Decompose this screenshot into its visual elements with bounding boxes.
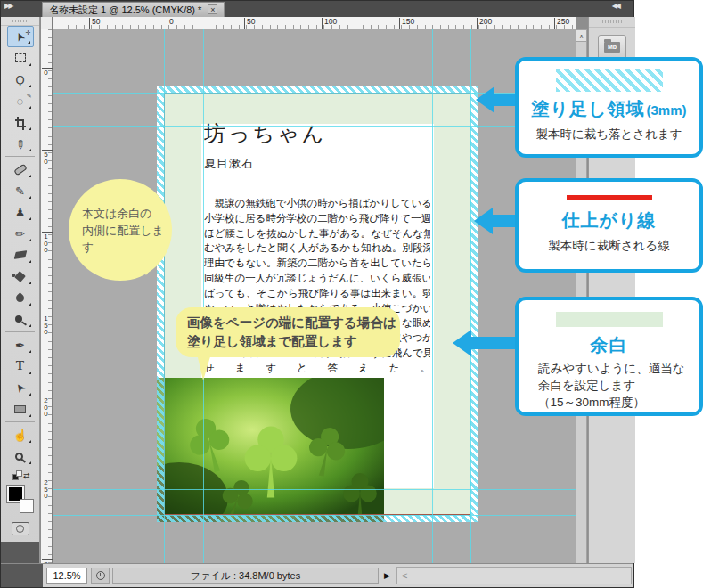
timer-button[interactable]: [91, 568, 110, 584]
clock-icon: [96, 571, 105, 580]
vertical-ruler[interactable]: 050100150200250300: [41, 29, 53, 564]
callout-desc: 製本時に裁ち落とされます: [519, 126, 699, 143]
status-expand-icon[interactable]: ▶: [381, 568, 393, 584]
h-ruler-label: 100: [323, 18, 337, 26]
note-bubble-image-placement: 画像をページの端に配置する場合は 塗り足し領域まで配置します: [176, 307, 400, 357]
paint-bucket-tool[interactable]: [7, 265, 34, 287]
mini-background-swatch: [16, 470, 22, 477]
body-text-line: 小学校に居る時分学校の二階から飛び降りて一週間: [204, 211, 430, 226]
v-ruler-label: 50: [42, 151, 50, 165]
callout-desc-line: 余白を設定します: [538, 377, 699, 394]
canvas[interactable]: 坊っちゃん 夏目漱石 親譲の無鉄砲で小供の時から損ばかりしている。小学校に居る時…: [53, 29, 576, 564]
scroll-up-icon[interactable]: ∧: [576, 30, 586, 42]
shape-icon: [14, 405, 26, 413]
eyedropper-tool[interactable]: ✐: [7, 133, 34, 154]
collapse-dock-icon[interactable]: ▶▶: [4, 2, 12, 10]
brush-icon: ✎: [15, 184, 25, 198]
ruler-corner[interactable]: [41, 17, 53, 29]
guide-horizontal[interactable]: [53, 489, 576, 490]
bleed-hatch-bottom: [157, 515, 478, 522]
canvas-horizontal-scrollbar[interactable]: <: [396, 567, 632, 584]
guide-vertical[interactable]: [432, 29, 433, 564]
crop-icon: [14, 117, 27, 128]
swap-colors-icon[interactable]: ⇄: [11, 470, 30, 482]
h-ruler-label: 50: [91, 18, 100, 26]
collapse-panels-icon[interactable]: ◀◀: [612, 2, 619, 10]
quick-select-icon: ◌: [17, 94, 24, 108]
history-brush-icon: ✏: [15, 227, 25, 241]
body-text-line: せますと答えた。: [204, 361, 430, 376]
lasso-tool[interactable]: Ϙ: [7, 69, 34, 90]
tool-separator: [5, 331, 35, 332]
hand-icon: ☝: [12, 429, 27, 442]
tool-dock-grip[interactable]: [1, 17, 39, 26]
document-page: 坊っちゃん 夏目漱石 親譲の無鉄砲で小供の時から損ばかりしている。小学校に居る時…: [157, 86, 478, 522]
quick-mask-button[interactable]: [12, 522, 29, 535]
v-ruler-label: 100: [42, 233, 50, 254]
body-text-line: 親譲の無鉄砲で小供の時から損ばかりしている。: [204, 196, 430, 211]
v-ruler-label: 250: [42, 479, 50, 500]
quick-select-tool[interactable]: ◌✎: [7, 90, 34, 111]
arrow-tip: [476, 86, 494, 113]
guide-vertical[interactable]: [470, 29, 471, 564]
dodge-tool[interactable]: [7, 308, 34, 330]
margin-swatch: [556, 312, 663, 327]
tool-dock-footer: [1, 542, 39, 563]
shape-tool[interactable]: [7, 398, 34, 420]
brush-tool[interactable]: ✎: [7, 180, 34, 201]
history-brush-tool[interactable]: ✏: [7, 223, 34, 244]
callout-trim-line: 仕上がり線 製本時に裁断される線: [515, 178, 703, 273]
tab-close-icon[interactable]: ×: [208, 4, 217, 14]
lasso-icon: Ϙ: [15, 73, 24, 86]
guide-vertical[interactable]: [203, 29, 204, 564]
dodge-icon: [15, 315, 22, 323]
mini-bridge-icon: Mb: [604, 42, 620, 53]
status-bar: 12.5% ファイル : 34.8M/0 bytes ▶ <: [1, 563, 633, 587]
document-tab-title: 名称未設定 1 @ 12.5% (CMYK/8) *: [49, 4, 201, 15]
healing-brush-tool[interactable]: [7, 159, 34, 180]
body-text-line: 理由でもない。新築の二階から首を出していたら、: [204, 256, 430, 271]
horizontal-ruler[interactable]: 50050100150200250: [53, 17, 576, 29]
file-info-field[interactable]: ファイル : 34.8M/0 bytes: [112, 568, 379, 584]
callout-title-suffix: (3mm): [646, 102, 686, 118]
pen-tool[interactable]: ✒: [7, 334, 34, 355]
move-tool[interactable]: ➤✛: [7, 26, 34, 47]
clone-stamp-tool[interactable]: ♟: [7, 201, 34, 223]
bleed-swatch: [556, 69, 663, 92]
mini-bridge-button[interactable]: Mb: [598, 35, 626, 60]
guide-horizontal[interactable]: [53, 126, 576, 127]
guide-horizontal[interactable]: [53, 515, 576, 516]
zoom-level-field[interactable]: 12.5%: [46, 568, 87, 584]
tab-bar: ▶▶ 名称未設定 1 @ 12.5% (CMYK/8) *× ◀◀: [1, 1, 633, 17]
background-color-swatch[interactable]: [20, 499, 34, 513]
type-tool[interactable]: T: [7, 355, 34, 377]
marquee-tool[interactable]: [7, 47, 34, 69]
zoom-icon: [15, 453, 23, 461]
note-bubble-tail: [197, 354, 211, 380]
note-line: 塗り足し領域まで配置します: [187, 332, 400, 351]
trim-swatch: [567, 195, 652, 200]
guide-vertical[interactable]: [164, 29, 165, 564]
path-select-icon: ➤: [12, 380, 29, 396]
body-text-line: ばっても、そこから飛び降りる事は出来まい。弱虫: [204, 286, 430, 301]
panel-dock-grip[interactable]: [589, 17, 635, 28]
tool-list: ➤✛Ϙ◌✎✐✎♟✏✒T➤☝: [1, 26, 39, 467]
crop-tool[interactable]: [7, 111, 34, 133]
h-ruler-label: 250: [556, 18, 569, 26]
blur-tool[interactable]: [7, 287, 34, 308]
v-ruler-label: 200: [42, 397, 50, 418]
bleed-hatch-left: [157, 93, 164, 515]
eraser-tool[interactable]: [7, 244, 34, 265]
marquee-icon: [15, 53, 26, 62]
bleed-hatch-top: [157, 86, 478, 93]
clone-stamp-icon: ♟: [15, 206, 26, 219]
zoom-tool[interactable]: [7, 445, 34, 467]
move-sub-icon: ✛: [26, 29, 31, 37]
body-text-line: 同級生の一人が冗談じょうだんに、いくら威張い: [204, 271, 430, 286]
arrow-tip: [453, 330, 471, 356]
note-line: 本文は余白の: [82, 205, 172, 222]
document-tab[interactable]: 名称未設定 1 @ 12.5% (CMYK/8) *×: [42, 2, 225, 17]
path-select-tool[interactable]: ➤: [7, 377, 34, 398]
healing-brush-icon: [13, 163, 27, 176]
hand-tool[interactable]: ☝: [7, 424, 34, 445]
